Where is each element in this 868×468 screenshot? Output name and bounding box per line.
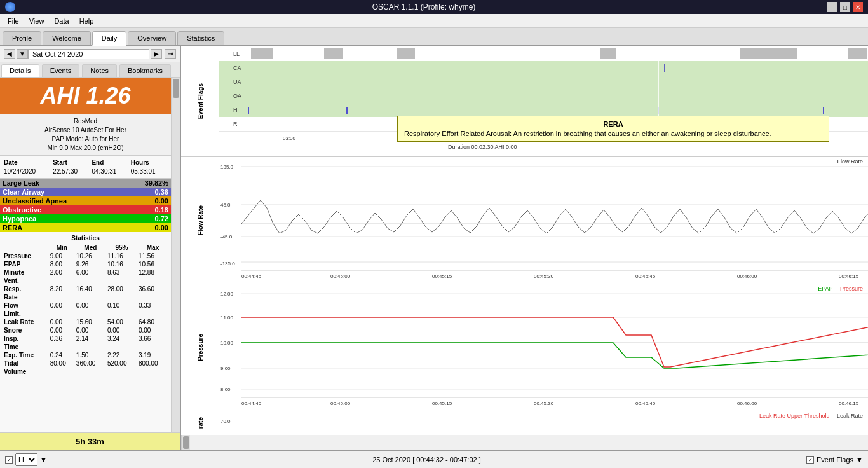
stats-cell-min (49, 343, 75, 351)
event-value: 0.00 (155, 224, 168, 231)
menu-view[interactable]: View (24, 16, 50, 26)
stats-cell-min: 8.00 (49, 260, 75, 268)
stats-cell-max: 800.00 (137, 359, 168, 368)
sub-tab-bookmarks[interactable]: Bookmarks (119, 64, 171, 77)
stats-cell-med (75, 368, 106, 376)
event-flags-arrow[interactable]: ▼ (856, 456, 863, 464)
stat-header-channel (3, 244, 49, 252)
svg-text:70.0: 70.0 (220, 418, 231, 424)
sub-tab-notes[interactable]: Notes (82, 64, 117, 77)
stats-cell-channel: Volume (3, 368, 49, 376)
jump-button[interactable]: ⇥ (165, 49, 176, 59)
stats-cell-med (75, 277, 106, 285)
stats-cell-channel: Time (3, 343, 49, 351)
ll-dropdown[interactable]: LL (15, 453, 37, 466)
main-area: ◀ ▼ Sat Oct 24 2020 ▶ ⇥ Details Events N… (0, 46, 868, 450)
stats-cell-channel: Tidal (3, 359, 49, 368)
sub-tab-events[interactable]: Events (42, 64, 80, 77)
stats-row: Exp. Time0.241.502.223.19 (3, 351, 168, 359)
stats-cell-max: 36.60 (137, 285, 168, 293)
event-label: Unclassified Apnea (3, 197, 155, 205)
stat-header-max: Max (137, 244, 168, 252)
device-info: ResMed AirSense 10 AutoSet For Her PAP M… (0, 114, 171, 156)
tab-daily[interactable]: Daily (92, 31, 126, 46)
main-tab-bar: Profile Welcome Daily Overview Statistic… (0, 28, 868, 46)
stats-cell-channel: Rate (3, 293, 49, 301)
event-label: RERA (3, 224, 155, 231)
stats-cell-p95: 520.00 (106, 359, 137, 368)
tab-profile[interactable]: Profile (3, 31, 41, 45)
session-header-hours: Hours (130, 158, 168, 167)
svg-text:00:46:15: 00:46:15 (839, 401, 859, 406)
ll-channel-selector: ✓ LL ▼ (5, 453, 47, 466)
svg-text:-45.0: -45.0 (220, 234, 233, 240)
sub-tab-bar: Details Events Notes Bookmarks (0, 62, 180, 78)
stats-cell-min: 0.00 (49, 326, 75, 334)
stats-cell-channel: Limit. (3, 310, 49, 318)
stats-cell-med: 360.00 (75, 359, 106, 368)
next-date-button[interactable]: ▶ (151, 49, 162, 59)
stats-cell-p95: 10.16 (106, 260, 137, 268)
event-value: 0.72 (155, 215, 168, 223)
stats-cell-p95 (106, 310, 137, 318)
close-button[interactable]: ✕ (853, 2, 863, 12)
dropdown-arrow: ▼ (40, 456, 47, 464)
stats-cell-max: 3.19 (137, 351, 168, 359)
pressure-svg: 12.00 11.00 10.00 9.00 8.00 (219, 284, 868, 411)
calendar-dropdown[interactable]: ▼ (17, 49, 28, 59)
session-cell: 05:33:01 (130, 167, 168, 176)
svg-text:00:46:00: 00:46:00 (737, 401, 757, 406)
duration-bar: 5h 33m (0, 432, 180, 450)
stats-row: Limit. (3, 310, 168, 318)
tab-overview[interactable]: Overview (128, 31, 176, 45)
tab-welcome[interactable]: Welcome (43, 31, 91, 45)
stats-cell-p95: 54.00 (106, 318, 137, 326)
left-scrollbar[interactable] (171, 78, 180, 432)
svg-text:-135.0: -135.0 (220, 261, 235, 266)
ahi-display: AHI 1.26 (0, 78, 171, 114)
statistics-section: Statistics Min Med 95% Max (0, 232, 171, 432)
stats-cell-max: 0.00 (137, 326, 168, 334)
ef-label-ca: CA (233, 65, 241, 71)
event-value: 0.00 (155, 197, 168, 205)
stats-row: Leak Rate0.0015.6054.0064.80 (3, 318, 168, 326)
menu-data[interactable]: Data (49, 16, 74, 26)
svg-text:11.00: 11.00 (220, 315, 234, 320)
event-flags-canvas: LL CA UA (219, 46, 868, 156)
stats-cell-med (75, 343, 106, 351)
event-flags-checkbox[interactable]: ✓ (806, 456, 814, 464)
menu-bar: File View Data Help (0, 14, 868, 28)
sub-tab-details[interactable]: Details (1, 64, 39, 77)
stats-cell-min: 8.20 (49, 285, 75, 293)
svg-text:10.00: 10.00 (220, 340, 234, 346)
prev-date-button[interactable]: ◀ (4, 49, 15, 59)
stats-cell-min (49, 368, 75, 376)
statistics-title: Statistics (3, 235, 168, 242)
event-row-rera-row: RERA0.00 (0, 223, 171, 232)
stats-cell-med (75, 310, 106, 318)
menu-file[interactable]: File (3, 16, 24, 26)
device-model: AirSense 10 AutoSet For Her (5, 126, 166, 135)
duration-label: 5h 33m (76, 437, 104, 446)
menu-help[interactable]: Help (74, 16, 99, 26)
event-row-large-leak: Large Leak39.82% (0, 179, 171, 188)
minimize-button[interactable]: – (827, 2, 837, 12)
tab-statistics[interactable]: Statistics (177, 31, 224, 45)
ef-label-ll: LL (233, 51, 240, 57)
ef-label-ua: UA (233, 79, 241, 85)
svg-rect-14 (823, 107, 824, 114)
stats-cell-max (137, 343, 168, 351)
right-scrollbar[interactable] (181, 435, 190, 450)
stats-cell-min (49, 293, 75, 301)
stats-cell-med: 0.00 (75, 301, 106, 310)
stats-cell-p95 (106, 293, 137, 301)
stats-cell-max: 12.88 (137, 268, 168, 277)
flow-rate-y-label: Flow Rate (181, 157, 219, 284)
maximize-button[interactable]: □ (840, 2, 850, 12)
svg-rect-2 (324, 48, 343, 59)
date-display[interactable]: Sat Oct 24 2020 (28, 49, 149, 59)
flow-rate-svg: 135.0 45.0 -45.0 -135.0 (219, 157, 868, 284)
stats-cell-med: 0.00 (75, 326, 106, 334)
ll-checkbox[interactable]: ✓ (5, 456, 13, 464)
stats-cell-min: 0.36 (49, 334, 75, 343)
